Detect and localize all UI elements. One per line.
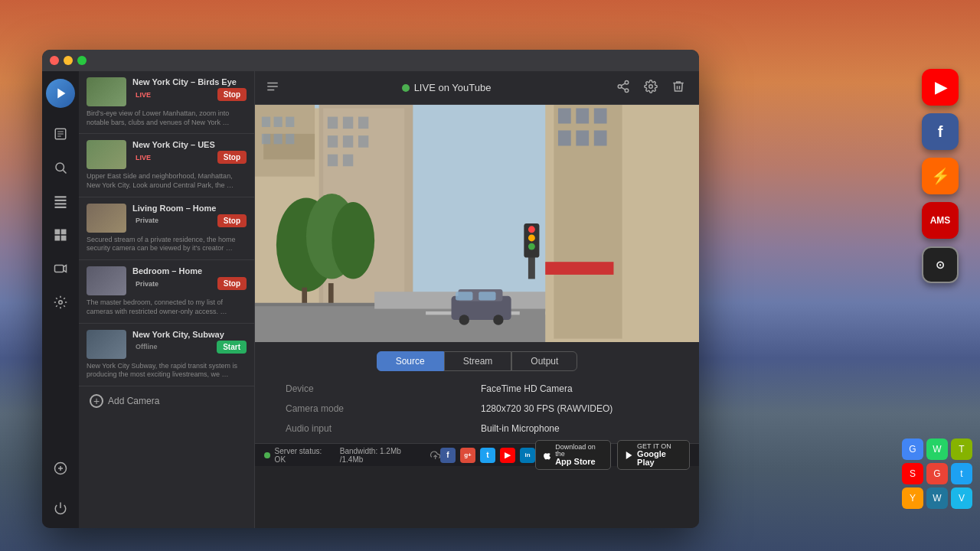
twitter-small-icon[interactable]: t (951, 463, 972, 484)
camera-stop-btn-2[interactable]: Stop (217, 151, 247, 164)
sidebar-item-grid[interactable] (47, 221, 74, 249)
trello-small-icon[interactable]: T (951, 439, 972, 460)
svg-rect-44 (343, 117, 353, 129)
social-youtube-icon[interactable]: ▶ (500, 448, 515, 463)
sidebar-item-search[interactable] (47, 154, 74, 181)
svg-point-53 (332, 202, 374, 279)
social-linkedin-icon[interactable]: in (520, 448, 535, 463)
camera-name-3: Living Room – Home (132, 204, 247, 213)
camera-item-3[interactable]: Living Room – Home Private Stop Secured … (79, 197, 254, 260)
svg-rect-38 (262, 134, 270, 144)
audio-label: Audio input (286, 423, 473, 434)
facebook-dock-icon[interactable]: f (922, 113, 959, 150)
camera-item-4[interactable]: Bedroom – Home Private Stop The master b… (79, 260, 254, 323)
menu-icon[interactable] (266, 80, 279, 96)
svg-point-27 (625, 89, 629, 93)
camera-item-5[interactable]: New York City, Subway Offline Start New … (79, 324, 254, 386)
maximize-button[interactable] (77, 56, 87, 65)
sidebar-item-book[interactable] (47, 120, 74, 148)
skype-small-icon[interactable]: S (902, 463, 923, 484)
camera-item-1[interactable]: New York City – Birds Eye LIVE Stop Bird… (79, 71, 254, 134)
close-button[interactable] (50, 56, 59, 65)
vimeo-small-icon[interactable]: V (951, 487, 972, 509)
tab-output[interactable]: Output (511, 351, 577, 371)
tab-stream[interactable]: Stream (444, 351, 512, 371)
sidebar-item-video[interactable] (47, 255, 74, 282)
camera-stop-btn-3[interactable]: Stop (217, 214, 247, 227)
svg-rect-35 (262, 117, 270, 127)
minimize-button[interactable] (64, 56, 73, 65)
app-body: New York City – Birds Eye LIVE Stop Bird… (42, 71, 699, 528)
sidebar (42, 71, 79, 528)
camera-item-2[interactable]: New York City – UES LIVE Stop Upper East… (79, 134, 254, 197)
camera-info-4: Bedroom – Home Private Stop (132, 266, 247, 290)
svg-rect-65 (479, 292, 495, 300)
camera-stop-btn-1[interactable]: Stop (217, 88, 247, 101)
camera-info-5: New York City, Subway Offline Start (132, 330, 247, 354)
svg-point-26 (618, 84, 622, 88)
camera-info-2: New York City – UES LIVE Stop (132, 140, 247, 164)
mode-label: Camera mode (286, 403, 473, 414)
svg-rect-8 (55, 200, 67, 201)
top-bar-actions (613, 77, 688, 99)
svg-line-29 (621, 83, 625, 85)
share-icon[interactable] (613, 77, 633, 99)
app-window: New York City – Birds Eye LIVE Stop Bird… (42, 50, 699, 528)
app-store-button[interactable]: Download on the App Store (535, 440, 611, 470)
app-logo[interactable] (46, 79, 75, 108)
device-info-grid: Device FaceTime HD Camera Camera mode 12… (270, 383, 684, 434)
sidebar-item-list[interactable] (47, 187, 74, 215)
camera-thumb-5 (87, 330, 126, 359)
video-preview (255, 105, 699, 342)
social-google-icon[interactable]: g+ (460, 448, 475, 463)
server-status-dot (264, 452, 270, 458)
right-dock: ▶ f ⚡ AMS ⊙ (922, 69, 959, 283)
status-bar: Server status: OK Bandwidth: 1.2Mb /1.4M… (255, 443, 699, 466)
svg-rect-14 (61, 236, 67, 241)
svg-rect-73 (558, 130, 571, 145)
sidebar-item-plus[interactable] (47, 455, 74, 482)
svg-point-80 (528, 235, 535, 242)
google-play-button[interactable]: GET IT ON Google Play (617, 440, 690, 470)
svg-rect-7 (55, 196, 67, 197)
svg-rect-12 (61, 230, 67, 235)
sidebar-item-settings[interactable] (47, 289, 74, 316)
camera-thumb-2 (87, 140, 126, 169)
yahoo-small-icon[interactable]: Y (902, 487, 923, 509)
delete-icon[interactable] (668, 77, 688, 99)
camera-status-2: LIVE (132, 153, 154, 162)
wordpress-small-icon[interactable]: W (926, 487, 948, 509)
server-status: Server status: OK Bandwidth: 1.2Mb /1.4M… (264, 447, 440, 464)
svg-rect-11 (55, 230, 60, 235)
add-camera-button[interactable]: + Add Camera (79, 386, 254, 416)
camera-thumb-4 (87, 266, 126, 295)
whatsapp-small-icon[interactable]: W (926, 439, 948, 460)
gmail-small-icon[interactable]: G (926, 463, 948, 484)
camera-desc-4: The master bedroom, connected to my list… (87, 298, 247, 316)
svg-rect-72 (594, 108, 607, 123)
camera-stop-btn-4[interactable]: Stop (217, 277, 247, 290)
s5-dock-icon[interactable]: ⊙ (922, 246, 959, 283)
camera-name-4: Bedroom – Home (132, 266, 247, 276)
settings-icon[interactable] (641, 77, 661, 99)
ams-dock-icon[interactable]: AMS (922, 202, 959, 239)
svg-point-30 (649, 84, 653, 88)
svg-rect-50 (343, 155, 353, 167)
flash-dock-icon[interactable]: ⚡ (922, 158, 959, 194)
camera-status-3: Private (132, 216, 162, 225)
tab-row: Source Stream Output (270, 351, 684, 371)
svg-point-81 (528, 243, 535, 250)
svg-line-6 (63, 170, 66, 173)
camera-list: New York City – Birds Eye LIVE Stop Bird… (79, 71, 255, 528)
youtube-dock-icon[interactable]: ▶ (922, 69, 959, 106)
camera-start-btn-5[interactable]: Start (217, 341, 247, 354)
social-twitter-icon[interactable]: t (480, 448, 495, 463)
store-buttons: Download on the App Store GET IT ON Goog… (535, 440, 690, 470)
video-frame (255, 105, 699, 342)
google-small-icon[interactable]: G (902, 439, 923, 460)
social-facebook-icon[interactable]: f (440, 448, 456, 463)
svg-rect-64 (456, 292, 472, 300)
sidebar-item-power[interactable] (47, 494, 74, 522)
tab-source[interactable]: Source (377, 351, 444, 371)
svg-rect-9 (55, 203, 67, 204)
